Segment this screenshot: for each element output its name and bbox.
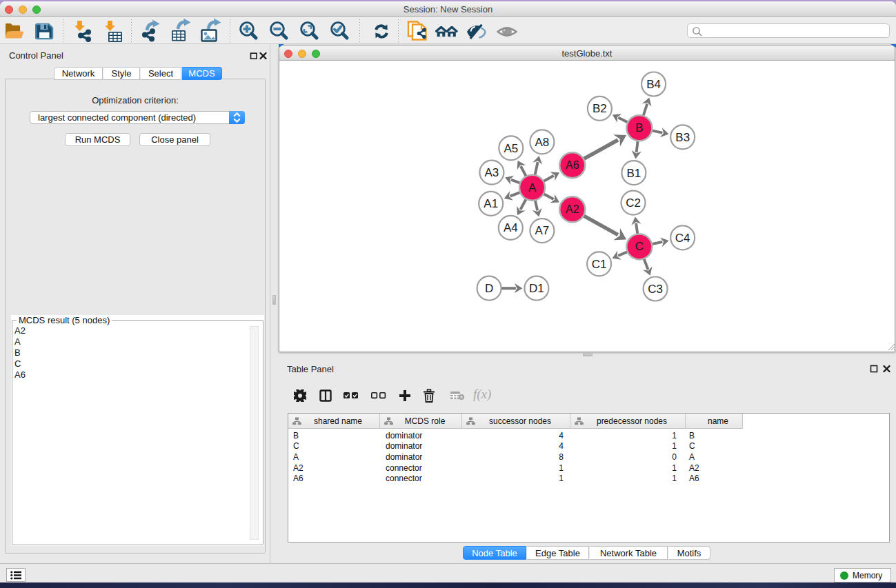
svg-text:A5: A5 bbox=[504, 142, 518, 155]
svg-text:D: D bbox=[485, 282, 493, 295]
svg-text:A8: A8 bbox=[535, 136, 550, 149]
svg-text:B: B bbox=[635, 121, 643, 134]
svg-text:A7: A7 bbox=[535, 224, 550, 237]
svg-text:C2: C2 bbox=[626, 196, 641, 210]
svg-text:C1: C1 bbox=[592, 258, 607, 271]
svg-text:A1: A1 bbox=[484, 197, 498, 210]
svg-text:C4: C4 bbox=[675, 232, 690, 245]
svg-text:C: C bbox=[635, 240, 644, 253]
svg-text:D1: D1 bbox=[529, 282, 544, 295]
svg-text:A6: A6 bbox=[566, 159, 579, 171]
svg-text:A: A bbox=[528, 181, 537, 194]
svg-text:C3: C3 bbox=[648, 283, 663, 296]
svg-text:B3: B3 bbox=[675, 131, 690, 144]
svg-text:B2: B2 bbox=[593, 102, 607, 115]
svg-text:B4: B4 bbox=[646, 78, 661, 91]
svg-text:B1: B1 bbox=[627, 167, 641, 180]
svg-text:A3: A3 bbox=[485, 166, 499, 179]
svg-text:A2: A2 bbox=[566, 203, 579, 215]
svg-text:A4: A4 bbox=[504, 221, 518, 234]
